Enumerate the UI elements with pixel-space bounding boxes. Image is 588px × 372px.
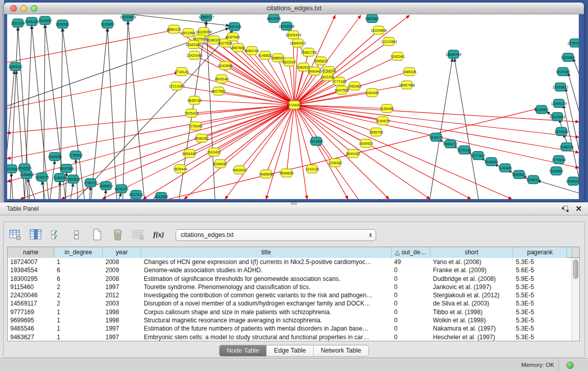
graph-node-teal[interactable]: 9097588 <box>59 164 73 172</box>
graph-node-yellow[interactable]: 9777169 <box>332 77 346 85</box>
table-row[interactable]: 2242004622012Investigating the contribut… <box>8 291 579 299</box>
graph-node-teal[interactable]: 9227343 <box>556 68 570 76</box>
graph-edge[interactable] <box>7 73 178 108</box>
unselect-rows-icon[interactable] <box>70 228 83 242</box>
graph-node-teal[interactable]: 16033809 <box>120 14 136 21</box>
graph-node-yellow[interactable]: 9465546 <box>259 170 273 178</box>
graph-node-teal[interactable]: 9329966 <box>561 53 575 61</box>
table-row[interactable]: 946554611997Estimation of the future num… <box>8 324 579 333</box>
graph-node-yellow[interactable]: 1143135 <box>306 165 319 173</box>
graph-edge[interactable] <box>77 31 233 199</box>
graph-edge[interactable] <box>294 67 303 105</box>
graph-edge[interactable] <box>71 183 73 199</box>
column-header-year[interactable]: year <box>103 247 141 258</box>
network-canvas[interactable]: 8860123991295418226058982750881863289327… <box>7 14 579 199</box>
graph-node-teal[interactable]: 1695810 <box>99 182 113 190</box>
graph-node-yellow[interactable]: 18325419 <box>285 31 301 39</box>
graph-node-teal[interactable]: 19218586 <box>278 22 294 30</box>
graph-edge[interactable] <box>294 105 389 199</box>
graph-node-yellow[interactable]: 7610432 <box>207 148 221 156</box>
graph-edge[interactable] <box>102 105 294 199</box>
table-row[interactable]: 1938455462009Genome-wide association stu… <box>8 266 579 274</box>
graph-node-yellow[interactable]: 18957968 <box>399 81 415 89</box>
graph-node-teal[interactable]: 1046073 <box>559 143 573 151</box>
graph-edge[interactable] <box>184 105 294 199</box>
graph-node-yellow[interactable]: 9699695 <box>279 169 293 177</box>
graph-node-yellow[interactable]: 1092341 <box>390 52 404 60</box>
column-header-out_degree[interactable]: △ out_de… <box>391 247 430 258</box>
graph-node-yellow[interactable]: 8546282 <box>194 134 208 142</box>
graph-edge[interactable] <box>454 58 478 199</box>
graph-edge[interactable] <box>287 105 294 173</box>
scrollbar-thumb[interactable] <box>573 259 578 279</box>
graph-edge[interactable] <box>62 28 84 199</box>
graph-node-teal[interactable]: 7857224 <box>227 23 241 31</box>
column-header-title[interactable]: title <box>141 247 391 258</box>
graph-node-yellow[interactable]: 2867608 <box>231 43 245 52</box>
graph-edge[interactable] <box>430 58 452 199</box>
graph-node-teal[interactable]: 16648784 <box>445 50 461 58</box>
graph-node-teal[interactable]: 1795722 <box>83 179 97 187</box>
memory-status-icon[interactable] <box>567 362 574 369</box>
graph-node-yellow[interactable]: 1160435 <box>365 89 379 97</box>
graph-node-yellow[interactable]: 1154496 <box>380 104 394 113</box>
graph-node-teal[interactable]: 2650510 <box>8 62 22 71</box>
tab-node-table[interactable]: Node Table <box>220 345 267 356</box>
graph-node-yellow[interactable]: 8154632 <box>213 160 227 168</box>
graph-edge[interactable] <box>91 28 107 199</box>
table-row[interactable]: 1456911722003Disruption of a novel membe… <box>8 299 579 308</box>
graph-node-teal[interactable]: 9534562 <box>549 167 563 175</box>
float-panel-icon[interactable] <box>562 206 569 212</box>
graph-node-teal[interactable]: 1350513 <box>66 175 80 183</box>
graph-node-teal[interactable]: 1735992 <box>69 151 82 159</box>
graph-edge[interactable] <box>16 71 25 199</box>
graph-node-yellow[interactable]: 12213963 <box>381 37 397 46</box>
graph-node-teal[interactable]: 1046544 <box>484 158 498 166</box>
graph-node-yellow[interactable]: 8454749 <box>245 47 258 55</box>
column-header-in_degree[interactable]: in_degree <box>54 247 103 258</box>
graph-node-yellow[interactable]: 12213349 <box>168 82 184 90</box>
graph-node-teal[interactable]: 9177442 <box>471 151 485 160</box>
new-table-icon[interactable] <box>91 228 104 242</box>
vertical-scrollbar[interactable] <box>572 258 579 341</box>
column-header-short[interactable]: short <box>430 247 513 258</box>
graph-node-teal[interactable]: 1156869 <box>20 170 34 179</box>
graph-edge[interactable] <box>565 88 579 170</box>
graph-node-teal[interactable]: 15751074 <box>567 39 579 47</box>
graph-edge[interactable] <box>11 173 13 199</box>
graph-edge[interactable] <box>128 21 144 199</box>
graph-node-yellow[interactable]: 7625424 <box>184 109 198 117</box>
graph-edge[interactable] <box>61 105 294 199</box>
graph-node-yellow[interactable]: 9146821 <box>258 51 272 59</box>
graph-edge[interactable] <box>90 187 91 199</box>
graph-node-yellow[interactable]: 9835742 <box>187 96 201 104</box>
graph-node-teal[interactable]: 7919172 <box>429 133 443 141</box>
graph-node-yellow[interactable]: 7462662 <box>347 82 361 90</box>
graph-node-yellow[interactable]: 1604923 <box>359 139 373 147</box>
graph-edge[interactable] <box>119 193 121 199</box>
graph-node-teal[interactable]: 1678275 <box>114 185 128 193</box>
table-mode-icon[interactable] <box>9 228 22 242</box>
graph-node-yellow[interactable]: 1205282 <box>328 159 342 167</box>
graph-node-teal[interactable]: 2520657 <box>38 16 52 25</box>
graph-node-yellow[interactable]: 1076346 <box>188 122 202 130</box>
graph-node-teal[interactable]: 1149445 <box>498 164 512 172</box>
graph-node-yellow[interactable]: 1895796 <box>369 128 383 136</box>
graph-node-teal[interactable]: 8964172 <box>443 140 457 148</box>
graph-node-teal[interactable]: 1379426 <box>554 127 568 136</box>
graph-node-teal[interactable]: 5905135 <box>25 17 38 26</box>
table-row[interactable]: 969969511998Structural magnetic resonanc… <box>8 316 579 324</box>
graph-node-teal[interactable]: 2020653 <box>48 152 61 161</box>
graph-node-yellow[interactable]: 8860123 <box>167 25 181 33</box>
graph-edge[interactable] <box>573 58 579 86</box>
graph-node-yellow[interactable]: 7485326 <box>402 68 416 76</box>
graph-node-teal[interactable]: 12444139 <box>551 99 567 107</box>
graph-node-yellow[interactable]: 8827552 <box>211 87 225 95</box>
graph-node-teal[interactable]: 1145194 <box>53 173 67 182</box>
graph-node-teal[interactable]: 9115460 <box>101 20 115 28</box>
column-header-pagerank[interactable]: pagerank <box>513 247 567 258</box>
table-selector-dropdown[interactable]: citations_edges.txt ▲▼ <box>176 229 376 241</box>
graph-node-teal[interactable]: 8813054 <box>267 14 280 23</box>
column-header-name[interactable]: name <box>8 247 54 258</box>
graph-node-teal[interactable]: 9245022 <box>526 176 540 184</box>
